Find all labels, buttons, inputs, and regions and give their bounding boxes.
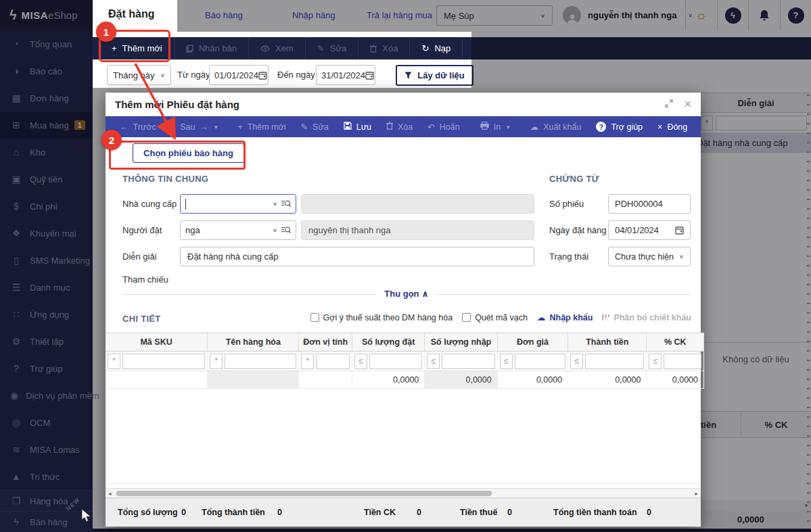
grid-cell[interactable]: 0,0000 — [352, 371, 425, 389]
grid-column-mã-sku[interactable]: Mã SKU — [106, 333, 208, 352]
grid-column-đơn-giá[interactable]: Đơn giá — [498, 333, 568, 352]
grid-filter-operator[interactable]: ≤ — [500, 354, 513, 369]
checkbox-icon[interactable] — [462, 313, 471, 322]
grid-cell[interactable] — [299, 371, 352, 389]
horizontal-scrollbar[interactable]: ◂ ▸ — [106, 488, 701, 498]
modal-toolbar-button-label: Xóa — [398, 122, 413, 132]
grid-column-số-lượng-đặt[interactable]: Số lượng đặt — [352, 333, 425, 352]
grid-column-thành-tiền[interactable]: Thành tiền — [568, 333, 647, 352]
grid-filter-cell[interactable]: ≤ — [498, 352, 568, 371]
grid-cell[interactable] — [106, 371, 208, 389]
grid-filter-cell[interactable]: * — [106, 352, 208, 371]
grid-cell[interactable]: 0,0000 — [568, 371, 647, 389]
modal-toolbar-tro-giup-button[interactable]: ? Trợ giúp — [588, 116, 650, 137]
grid-filter-input[interactable] — [225, 354, 296, 369]
grid-cell[interactable]: 0,0000 — [425, 371, 497, 389]
order-date-input[interactable]: 04/01/2024 — [608, 220, 691, 240]
grid-filter-input[interactable] — [585, 354, 644, 369]
grid-filter-input[interactable] — [122, 354, 205, 369]
barcode-checkbox[interactable]: Quét mã vạch — [462, 313, 528, 322]
grid-filter-operator[interactable]: * — [108, 354, 120, 369]
search-icon[interactable] — [281, 226, 291, 235]
modal-toolbar-sua-button[interactable]: ✎ Sửa — [294, 116, 336, 137]
get-data-button[interactable]: Lấy dữ liệu — [396, 65, 473, 86]
modal-toolbar-xuat-khau-button[interactable]: ☁ Xuất khẩu — [523, 116, 589, 137]
description-input[interactable]: Đặt hàng nhà cung cấp — [180, 247, 534, 266]
checkbox-icon[interactable] — [310, 313, 319, 322]
chevron-down-icon[interactable]: ∨ — [273, 201, 277, 207]
chevron-down-icon[interactable]: ∨ — [273, 227, 277, 233]
toolbar-button-label: Xem — [275, 43, 294, 53]
grid-filter-cell[interactable]: ≤ — [425, 352, 497, 371]
grid-filter-operator[interactable]: ≤ — [649, 354, 662, 369]
from-date-input[interactable]: 01/01/2024 — [209, 65, 269, 85]
grid-filter-operator[interactable]: ≤ — [354, 354, 367, 369]
grid-filter-operator[interactable]: ≤ — [570, 354, 583, 369]
grid-cell[interactable]: 0,0000 — [498, 371, 568, 389]
to-date-label: Đến ngày — [277, 70, 315, 80]
detail-grid: Mã SKUTên hàng hóaĐơn vị tínhSố lượng đặ… — [106, 333, 701, 484]
scrollbar-thumb[interactable] — [116, 491, 492, 496]
tax-suggest-checkbox[interactable]: Gợi ý thuế suất theo DM hàng hóa — [310, 313, 453, 322]
toolbar-button-icon — [370, 45, 377, 53]
grid-column-số-lượng-nhập[interactable]: Số lượng nhập — [425, 333, 497, 352]
modal-toolbar-button-label: Xuất khẩu — [543, 122, 581, 132]
scroll-right-icon[interactable]: ▸ — [695, 490, 698, 497]
status-select[interactable]: Chưa thực hiện ∨ — [608, 247, 691, 266]
grid-filter-input[interactable] — [664, 354, 701, 369]
reference-label: Tham chiếu — [122, 274, 168, 285]
maximize-icon[interactable] — [665, 98, 673, 110]
grid-filter-input[interactable] — [316, 354, 350, 369]
grid-filter-cell[interactable]: * — [208, 352, 299, 371]
collapse-link[interactable]: Thu gọn ∧ — [376, 289, 436, 299]
grid-cell[interactable]: 0,0000 — [647, 371, 704, 389]
modal-toolbar-button-label: Sửa — [312, 122, 329, 132]
grid-filter-input[interactable] — [369, 354, 422, 369]
modal-toolbar-in-button[interactable]: In ▾ — [473, 116, 517, 137]
close-icon[interactable]: × — [684, 98, 691, 110]
grid-filter-input[interactable] — [515, 354, 565, 369]
modal-toolbar-dong-button[interactable]: × Đóng — [650, 116, 695, 137]
orderer-combobox[interactable]: nga ∨ — [180, 220, 296, 240]
grid-data-row[interactable]: 0,00000,00000,00000,00000,0000 — [106, 371, 704, 389]
grid-filter-cell[interactable]: * — [299, 352, 352, 371]
search-icon[interactable] — [281, 199, 291, 208]
scroll-left-icon[interactable]: ◂ — [108, 490, 112, 497]
grid-filter-cell[interactable]: ≤ — [568, 352, 647, 371]
toolbar-nap-button[interactable]: ↻ Nạp — [410, 37, 463, 59]
toolbar-nhan-ban-button[interactable]: Nhân bản — [175, 37, 249, 59]
supplier-combobox[interactable]: ∨ — [180, 194, 296, 214]
modal-toolbar-button-icon: ↶ — [427, 122, 434, 132]
modal-toolbar-hoan-button[interactable]: ↶ Hoãn — [420, 116, 467, 137]
modal-toolbar-xoa-button[interactable]: Xóa — [379, 116, 420, 137]
grid-filter-cell[interactable]: ≤ — [647, 352, 704, 371]
modal-toolbar-luu-button[interactable]: Lưu — [336, 116, 379, 137]
calendar-icon[interactable] — [675, 226, 684, 235]
grid-filter-operator[interactable]: ≤ — [427, 354, 440, 369]
grid-filter-cell[interactable]: ≤ — [352, 352, 425, 371]
grid-filter-operator[interactable]: * — [301, 354, 314, 369]
order-date-label: Ngày đặt hàng — [549, 225, 607, 235]
modal-overlay — [0, 0, 93, 532]
toolbar-xoa-button[interactable]: Xóa — [358, 37, 410, 59]
grand-total-label: Tổng tiền thanh toán — [553, 508, 637, 517]
toolbar-sua-button[interactable]: ✎ Sửa — [306, 37, 359, 59]
grid-column-tên-hàng-hóa[interactable]: Tên hàng hóa — [208, 333, 299, 352]
grid-filter-operator[interactable]: * — [210, 354, 223, 369]
grid-column-đơn-vị-tính[interactable]: Đơn vị tính — [299, 333, 352, 352]
funnel-icon — [404, 72, 412, 79]
tax-label: Tiền thuế — [460, 508, 497, 517]
grid-column--ck[interactable]: % CK — [647, 333, 704, 352]
totals-bar: Tổng số lượng0 Tổng thành tiền0 Tiền CK0… — [106, 498, 701, 527]
section-document-heading: CHỨNG TỪ — [549, 174, 599, 184]
calendar-icon[interactable] — [365, 71, 374, 80]
grid-filter-input[interactable] — [442, 354, 494, 369]
calendar-icon[interactable] — [258, 71, 267, 80]
toolbar-xem-button[interactable]: Xem — [249, 37, 306, 59]
import-link[interactable]: ☁Nhập khẩu — [537, 312, 593, 322]
modal-toolbar-them-moi-button[interactable]: + Thêm mới — [230, 116, 293, 137]
allocate-discount-link[interactable]: Phân bổ chiết khấu — [602, 313, 691, 322]
doc-no-input[interactable]: PDH000004 — [608, 194, 691, 214]
grid-cell[interactable] — [208, 371, 299, 389]
to-date-input[interactable]: 31/01/2024 — [316, 65, 375, 85]
